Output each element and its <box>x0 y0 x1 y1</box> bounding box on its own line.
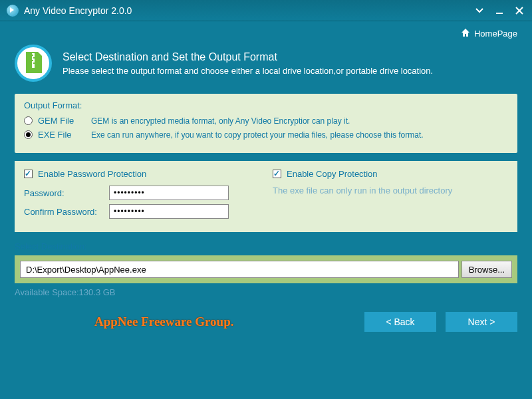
app-title: Any Video Encryptor 2.0.0 <box>24 5 132 16</box>
radio-gem-file[interactable] <box>24 116 33 125</box>
browse-button[interactable]: Browse... <box>462 261 512 278</box>
app-window: Any Video Encryptor 2.0.0 HomePage Selec… <box>0 0 532 399</box>
radio-gem-label: GEM File <box>38 116 91 126</box>
copy-protection-label: Enable Copy Protection <box>287 169 378 179</box>
checkbox-password-protection[interactable] <box>24 170 33 178</box>
svg-rect-6 <box>32 60 33 61</box>
titlebar: Any Video Encryptor 2.0.0 <box>0 0 532 21</box>
app-icon <box>7 5 19 17</box>
destination-title: Select Destination: <box>15 241 517 251</box>
home-icon <box>461 28 470 39</box>
dropdown-icon[interactable] <box>473 5 485 17</box>
wizard-header: Select Destination and Set the Output Fo… <box>0 39 532 94</box>
page-title: Select Destination and Set the Output Fo… <box>63 51 433 63</box>
radio-exe-desc: Exe can run anywhere, if you want to cop… <box>91 130 424 140</box>
next-button[interactable]: Next > <box>446 312 517 332</box>
close-button[interactable] <box>513 5 525 17</box>
available-space: Available Space:130.3 GB <box>15 287 517 297</box>
minimize-button[interactable] <box>493 5 505 17</box>
footer: AppNee Freeware Group. < Back Next > <box>0 312 532 341</box>
radio-exe-label: EXE File <box>38 130 91 140</box>
confirm-password-input[interactable] <box>109 204 229 219</box>
password-label: Password: <box>24 188 109 198</box>
homepage-link[interactable]: HomePage <box>461 28 517 39</box>
zip-icon <box>15 45 52 82</box>
destination-block: Select Destination: Browse... Available … <box>15 241 517 297</box>
password-protection-label: Enable Password Protection <box>38 169 146 179</box>
destination-input[interactable] <box>20 261 459 278</box>
back-button[interactable]: < Back <box>364 312 436 332</box>
confirm-password-label: Confirm Password: <box>24 207 109 217</box>
checkbox-copy-protection[interactable] <box>273 170 281 178</box>
svg-rect-7 <box>33 63 35 64</box>
page-subtitle: Please select the output format and choo… <box>63 66 433 76</box>
radio-exe-file[interactable] <box>24 130 33 139</box>
radio-gem-desc: GEM is an encrypted media format, only A… <box>91 116 350 126</box>
output-format-title: Output Format: <box>24 100 508 110</box>
protection-panel: Enable Password Protection Password: Con… <box>15 161 517 232</box>
copy-protection-desc: The exe file can only run in the output … <box>273 186 508 196</box>
watermark: AppNee Freeware Group. <box>94 315 234 329</box>
password-input[interactable] <box>109 186 229 200</box>
output-format-panel: Output Format: GEM File GEM is an encryp… <box>15 94 517 153</box>
svg-rect-4 <box>32 55 33 56</box>
homepage-label: HomePage <box>474 29 517 39</box>
svg-rect-5 <box>33 57 35 59</box>
